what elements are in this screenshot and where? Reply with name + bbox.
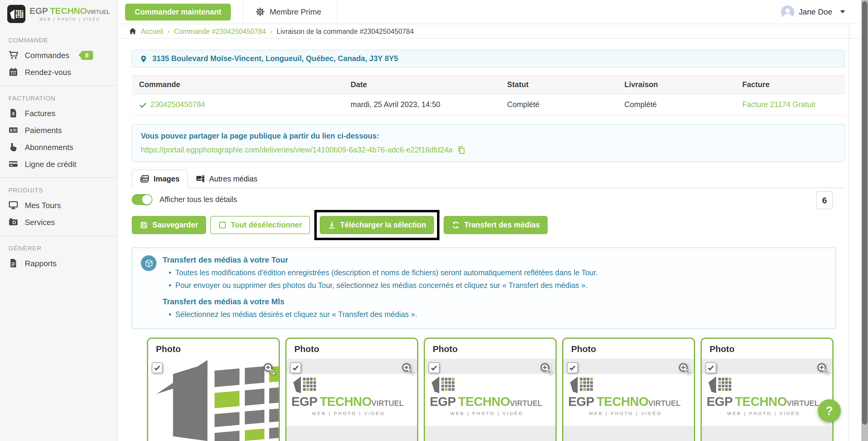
svg-text:$: $ <box>12 111 14 116</box>
zoom-in-icon[interactable] <box>816 361 829 377</box>
select-checkbox[interactable] <box>429 362 439 373</box>
select-checkbox[interactable] <box>290 362 301 373</box>
highlight-annotation: Télécharger la sélection <box>314 210 439 240</box>
home-icon[interactable] <box>129 27 136 35</box>
tab-label: Images <box>154 175 180 183</box>
app-root: EGP TECHNO VIRTUEL WEB | PHOTO | VIDÉO C… <box>0 0 868 441</box>
order-table-header: Commande Date Statut Livraison Facture <box>132 75 845 94</box>
card-title: Photo <box>563 339 694 358</box>
chevron-down-icon <box>840 10 845 13</box>
download-selection-button[interactable]: Télécharger la sélection <box>319 216 434 234</box>
toggle-label: Afficher tous les détails <box>160 196 237 204</box>
zoom-in-icon[interactable] <box>262 361 275 377</box>
breadcrumb: Accueil › Commande #2304250450784 › Livr… <box>118 24 868 39</box>
select-checkbox[interactable] <box>152 362 163 373</box>
sidebar-item-services[interactable]: Services <box>0 213 117 231</box>
photo-card: Photo EGPTECHNOVIRTUEL WEB | PHOTO | VID… <box>424 337 557 441</box>
hand-pointer-icon <box>8 142 18 152</box>
show-details-toggle[interactable] <box>132 194 152 205</box>
card-image[interactable]: EGPTECHNOVIRTUEL WEB | PHOTO | VIDÉO <box>702 358 832 441</box>
download-icon <box>327 221 336 229</box>
payment-icon: $ <box>8 125 18 135</box>
media-transfer-button[interactable]: Transfert des médias <box>444 216 548 234</box>
photo-thumbnail: EGPTECHNOVIRTUEL WEB | PHOTO | VIDÉO <box>563 374 694 425</box>
details-toggle-row: Afficher tous les détails <box>132 194 850 205</box>
zoom-in-icon[interactable] <box>401 361 413 377</box>
card-title: Photo <box>702 339 832 358</box>
transfer-mls-bullets: Sélectionnez les médias désirés et cliqu… <box>168 310 826 320</box>
sidebar-item-ligne-de-credit[interactable]: Ligne de crédit <box>0 155 117 172</box>
scrollbar-track[interactable] <box>861 0 868 441</box>
photo-thumbnail: EGPTECHNOVIRTUEL WEB | PHOTO | VIDÉO <box>425 374 556 425</box>
download-selection-label: Télécharger la sélection <box>340 221 426 229</box>
breadcrumb-order[interactable]: Commande #2304250450784 <box>174 28 266 35</box>
svg-text:$: $ <box>10 128 12 133</box>
topbar-divider <box>337 0 338 24</box>
report-icon <box>8 258 18 268</box>
sidebar-item-rendez-vous[interactable]: Rendez-vous <box>0 63 117 81</box>
sidebar-item-commandes[interactable]: Commandes 8 <box>0 47 117 63</box>
deselect-all-button[interactable]: Tout désélectionner <box>210 216 310 234</box>
breadcrumb-home[interactable]: Accueil <box>141 28 163 35</box>
order-date: mardi, 25 Avril 2023, 14:50 <box>343 94 500 115</box>
selected-count-box: 6 <box>816 191 833 209</box>
save-label: Sauvegarder <box>152 221 198 229</box>
sidebar-item-paiements[interactable]: $ Paiements <box>0 122 117 139</box>
save-button[interactable]: Sauvegarder <box>132 216 206 234</box>
save-icon <box>140 221 148 229</box>
membership-button[interactable]: Membre Prime <box>244 7 337 16</box>
photo-card: Photo EGPTECHNOVIRTUEL WEB | PHOTO | VID… <box>285 337 418 441</box>
cart-icon <box>8 50 18 60</box>
select-checkbox[interactable] <box>705 362 716 373</box>
brand-logo[interactable]: EGP TECHNO VIRTUEL WEB | PHOTO | VIDÉO <box>0 0 117 28</box>
sidebar-item-mes-tours[interactable]: Mes Tours <box>0 197 117 213</box>
sidebar-item-factures[interactable]: $ Factures <box>0 105 117 122</box>
invoice-icon: $ <box>8 108 18 118</box>
check-icon <box>430 364 438 371</box>
help-button[interactable]: ? <box>818 399 841 422</box>
deselect-all-label: Tout désélectionner <box>230 221 302 229</box>
photo-card: Photo <box>147 337 280 441</box>
card-image[interactable]: EGPTECHNOVIRTUEL WEB | PHOTO | VIDÉO <box>563 358 694 441</box>
media-transfer-label: Transfert des médias <box>464 221 540 229</box>
public-share-link[interactable]: https://portail.egpphotographie.com/deli… <box>141 146 453 154</box>
sidebar-section-produits: PRODUITS Mes Tours Services <box>0 177 117 235</box>
invoice-link[interactable]: Facture 21174 Gratuit <box>742 100 815 109</box>
transfer-mls-title: Transfert des médias à votre Mls <box>163 297 826 306</box>
select-checkbox[interactable] <box>567 362 578 373</box>
share-intro-text: Vous pouvez partager la page publique à … <box>141 132 836 140</box>
brand-virtuel: VIRTUEL <box>87 10 110 15</box>
property-address: 3135 Boulevard Moïse-Vincent, Longueuil,… <box>152 54 398 63</box>
user-menu[interactable]: Jane Doe <box>781 5 845 19</box>
sidebar: EGP TECHNO VIRTUEL WEB | PHOTO | VIDÉO C… <box>0 0 118 441</box>
sidebar-item-abonnements[interactable]: Abonnements <box>0 139 117 155</box>
camera-icon <box>8 217 18 227</box>
zoom-in-icon[interactable] <box>539 361 552 377</box>
sidebar-item-label: Rapports <box>25 259 57 268</box>
card-image[interactable]: EGPTECHNOVIRTUEL WEB | PHOTO | VIDÉO <box>286 358 417 441</box>
calendar-icon <box>8 67 18 77</box>
col-header-date: Date <box>343 76 500 94</box>
card-image[interactable]: EGPTECHNOVIRTUEL WEB | PHOTO | VIDÉO <box>425 358 556 441</box>
transfer-tour-title: Transfert des médias à votre Tour <box>163 255 826 264</box>
avatar <box>781 5 795 19</box>
tab-autres-medias[interactable]: Autres médias <box>188 169 266 188</box>
tab-images[interactable]: Images <box>132 169 188 188</box>
sidebar-item-rapports[interactable]: Rapports <box>0 255 117 272</box>
order-id-link[interactable]: 2304250450784 <box>151 100 205 109</box>
breadcrumb-separator: › <box>167 28 169 35</box>
copy-icon[interactable] <box>457 146 465 154</box>
order-now-button[interactable]: Commander maintenant <box>125 3 231 20</box>
bullet: Sélectionnez les médias désirés et cliqu… <box>168 310 826 320</box>
empty-checkbox-icon <box>218 221 226 229</box>
scrollbar-thumb[interactable] <box>862 1 867 425</box>
zoom-in-icon[interactable] <box>678 361 690 377</box>
monitor-icon <box>8 200 18 210</box>
section-title: PRODUITS <box>0 183 117 197</box>
public-share-panel: Vous pouvez partager la page publique à … <box>132 124 845 162</box>
transfer-tour-bullets: Toutes les modifications d'édition enreg… <box>168 268 826 291</box>
sidebar-item-label: Ligne de crédit <box>25 159 76 169</box>
sidebar-item-label: Mes Tours <box>25 201 61 210</box>
user-name: Jane Doe <box>799 7 832 16</box>
card-image[interactable] <box>148 358 279 441</box>
